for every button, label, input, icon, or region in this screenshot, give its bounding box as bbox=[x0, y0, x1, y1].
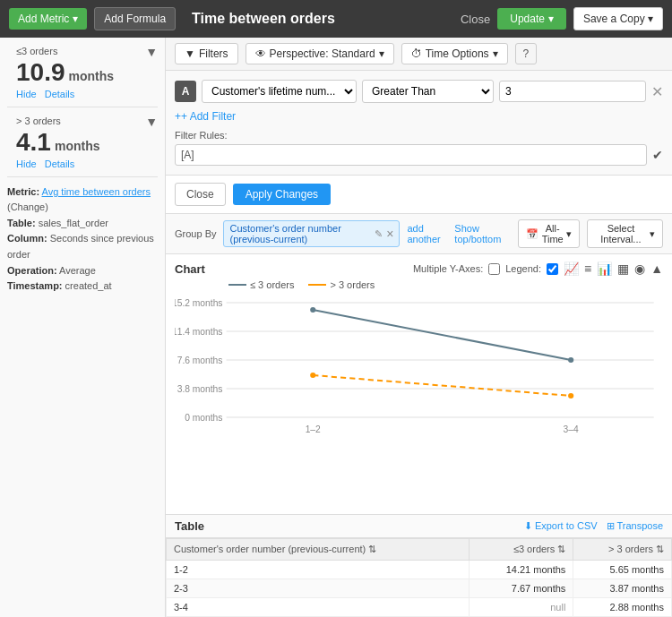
metric2-details-link[interactable]: Details bbox=[45, 159, 75, 169]
chevron-down-icon: ▾ bbox=[648, 13, 653, 25]
legend-item-le3: ≤ 3 orders bbox=[228, 279, 294, 290]
col3-header[interactable]: > 3 orders ⇅ bbox=[573, 539, 672, 561]
metric-link[interactable]: Avg time between orders bbox=[42, 186, 151, 197]
filter-rules-label: Filter Rules: bbox=[175, 130, 663, 141]
filter-icon-2: ▼ bbox=[145, 115, 158, 129]
add-metric-button[interactable]: Add Metric ▾ bbox=[9, 8, 87, 30]
filter-rules-input[interactable] bbox=[175, 144, 647, 166]
table-cell-col3: 2.88 months bbox=[573, 598, 672, 617]
svg-text:11.4 months: 11.4 months bbox=[175, 327, 222, 337]
transpose-icon: ⊞ bbox=[607, 520, 615, 531]
chart-legend: ≤ 3 orders > 3 orders bbox=[228, 279, 663, 290]
filter-value-input[interactable] bbox=[499, 81, 646, 102]
series2-point1 bbox=[310, 373, 315, 378]
table-title: Table bbox=[175, 519, 204, 533]
all-time-button[interactable]: 📅 All-Time ▾ bbox=[518, 219, 579, 248]
sort-icon: ⇅ bbox=[656, 544, 664, 554]
metric1-value: 10.9 bbox=[16, 59, 65, 87]
operation-label: Operation: bbox=[7, 265, 57, 276]
multiple-yaxes-checkbox[interactable] bbox=[488, 263, 500, 275]
metric-info-label: Metric: bbox=[7, 186, 42, 197]
svg-text:3–4: 3–4 bbox=[564, 424, 580, 434]
check-icon[interactable]: ✔ bbox=[652, 148, 663, 162]
tab-filters[interactable]: ▼ Filters bbox=[175, 43, 238, 64]
select-interval-button[interactable]: Select Interval... ▾ bbox=[587, 219, 663, 248]
chevron-down-icon: ▾ bbox=[379, 47, 384, 60]
table-row: 3-4null2.88 months bbox=[167, 598, 672, 617]
filter-field-select[interactable]: Customer's lifetime num... bbox=[202, 80, 357, 103]
chart-svg-wrap: 15.2 months 11.4 months 7.6 months 3.8 m… bbox=[175, 294, 663, 507]
apply-changes-button[interactable]: Apply Changes bbox=[233, 184, 331, 205]
column-label: Column: bbox=[7, 233, 47, 244]
chevron-down-icon: ▾ bbox=[73, 13, 78, 25]
metric2-unit: months bbox=[55, 139, 100, 153]
tab-perspective[interactable]: 👁 Perspective: Standard ▾ bbox=[246, 43, 394, 64]
filter-operator-select[interactable]: Greater Than bbox=[362, 80, 494, 103]
filter-rules-row: ✔ bbox=[175, 144, 663, 166]
export-icon: ⬇ bbox=[524, 520, 532, 531]
col1-header[interactable]: Customer's order number (previous-curren… bbox=[167, 539, 470, 561]
multiple-yaxes-label: Multiple Y-Axes: bbox=[413, 263, 483, 274]
metric1-hide-link[interactable]: Hide bbox=[16, 89, 37, 99]
sort-icon: ⇅ bbox=[557, 544, 565, 554]
update-button[interactable]: Update ▾ bbox=[497, 8, 566, 30]
chevron-down-icon: ▾ bbox=[566, 228, 572, 240]
sort-icon: ⇅ bbox=[368, 544, 376, 554]
pie-icon[interactable]: ◉ bbox=[634, 261, 645, 276]
table-cell-col2: 14.21 months bbox=[470, 561, 573, 579]
sub-tabs: ▼ Filters 👁 Perspective: Standard ▾ ⏱ Ti… bbox=[166, 38, 672, 71]
metric2-condition: > 3 orders bbox=[16, 116, 61, 126]
table-header-row: Table ⬇ Export to CSV ⊞ Transpose bbox=[166, 515, 672, 538]
close-top-button[interactable]: Close bbox=[461, 13, 490, 26]
chevron-down-icon: ▾ bbox=[493, 47, 498, 60]
metric2-value: 4.1 bbox=[16, 129, 51, 157]
group-by-row: Group By Customer's order number (previo… bbox=[166, 214, 672, 254]
metric2-hide-link[interactable]: Hide bbox=[16, 159, 37, 169]
clock-icon: ⏱ bbox=[411, 47, 422, 60]
bar-icon2[interactable]: 📊 bbox=[597, 261, 612, 276]
add-another-button[interactable]: add another bbox=[407, 223, 447, 244]
line-chart-icon[interactable]: 📈 bbox=[564, 261, 579, 276]
svg-text:3.8 months: 3.8 months bbox=[177, 384, 223, 394]
legend-label-gt3: > 3 orders bbox=[330, 279, 375, 290]
add-filter-button[interactable]: + + Add Filter bbox=[175, 110, 236, 123]
chart-svg: 15.2 months 11.4 months 7.6 months 3.8 m… bbox=[175, 294, 663, 446]
main-layout: ≤3 orders ▼ 10.9 months Hide Details > 3… bbox=[0, 38, 672, 617]
table-row: 2-37.67 months3.87 months bbox=[167, 579, 672, 598]
show-topbottom-button[interactable]: Show top/bottom bbox=[454, 223, 511, 244]
metric1-details-link[interactable]: Details bbox=[45, 89, 75, 99]
transpose-button[interactable]: ⊞ Transpose bbox=[607, 520, 663, 532]
chevron-down-icon: ▾ bbox=[548, 13, 554, 25]
filter-remove-button[interactable]: ✕ bbox=[651, 83, 663, 100]
filter-tab-icon: ▼ bbox=[185, 47, 195, 60]
metric-info: Metric: Avg time between orders (Change)… bbox=[7, 184, 158, 295]
legend-checkbox[interactable] bbox=[547, 263, 558, 275]
tab-time-options[interactable]: ⏱ Time Options ▾ bbox=[401, 43, 508, 64]
legend-item-gt3: > 3 orders bbox=[308, 279, 375, 290]
legend-line-le3 bbox=[228, 284, 246, 286]
area-icon[interactable]: ▲ bbox=[650, 261, 663, 276]
chart-title: Chart bbox=[175, 262, 205, 276]
right-panel: ▼ Filters 👁 Perspective: Standard ▾ ⏱ Ti… bbox=[166, 38, 672, 617]
add-formula-button[interactable]: Add Formula bbox=[94, 7, 176, 30]
tag-edit-icon[interactable]: ✎ bbox=[375, 228, 383, 240]
filter-row-1: A Customer's lifetime num... Greater Tha… bbox=[175, 80, 663, 103]
data-table: Customer's order number (previous-curren… bbox=[166, 538, 672, 617]
save-copy-button[interactable]: Save a Copy ▾ bbox=[573, 7, 663, 30]
series1-point2 bbox=[568, 357, 573, 363]
table-cell-col1: 2-3 bbox=[167, 579, 470, 598]
bar-icon1[interactable]: ≡ bbox=[584, 261, 591, 276]
col2-header[interactable]: ≤3 orders ⇅ bbox=[470, 539, 573, 561]
close-filter-button[interactable]: Close bbox=[175, 183, 226, 206]
export-csv-button[interactable]: ⬇ Export to CSV bbox=[524, 520, 598, 532]
timestamp-label: Timestamp: bbox=[7, 280, 63, 291]
bar-icon3[interactable]: ▦ bbox=[617, 261, 629, 276]
table-cell-col3: 5.65 months bbox=[573, 561, 672, 579]
table-cell-col2: 7.67 months bbox=[470, 579, 573, 598]
table-actions: ⬇ Export to CSV ⊞ Transpose bbox=[524, 520, 663, 532]
legend-label: Legend: bbox=[505, 263, 541, 274]
tag-remove-icon[interactable]: × bbox=[386, 227, 393, 240]
table-cell-col1: 3-4 bbox=[167, 598, 470, 617]
filter-icon-1: ▼ bbox=[145, 45, 158, 59]
help-button[interactable]: ? bbox=[515, 43, 538, 64]
